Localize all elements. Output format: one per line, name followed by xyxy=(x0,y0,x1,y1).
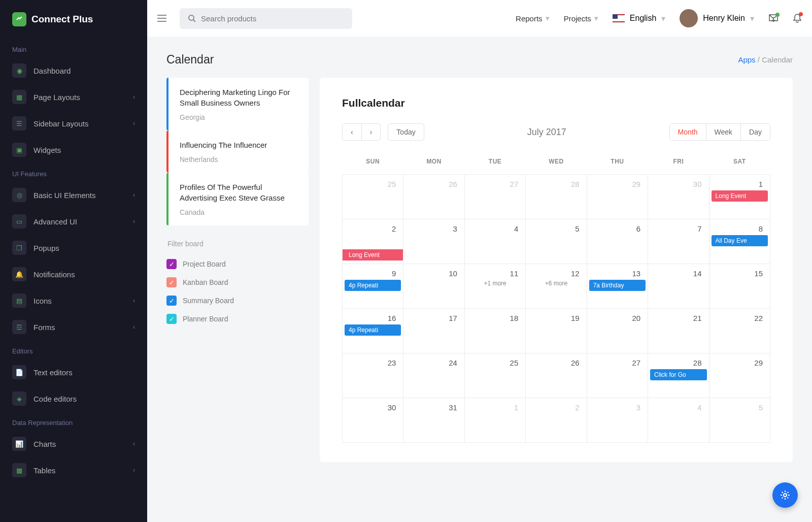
calendar-event[interactable]: All Day Eve xyxy=(712,235,768,246)
day-number: 16 xyxy=(343,309,403,324)
filter-checkbox[interactable]: ✓ Summary Board xyxy=(166,296,309,306)
calendar-cell[interactable]: 29 xyxy=(587,175,648,219)
event-card[interactable]: Deciphering Marketing Lingo For Small Bu… xyxy=(166,78,309,130)
view-week-button[interactable]: Week xyxy=(706,124,741,140)
view-month-button[interactable]: Month xyxy=(670,124,706,140)
calendar-cell[interactable]: 26 xyxy=(403,175,464,219)
calendar-cell[interactable]: 31 xyxy=(403,398,464,443)
calendar-cell[interactable]: 5 xyxy=(709,398,770,443)
calendar-cell[interactable]: 11+1 more xyxy=(464,264,525,309)
calendar-cell[interactable]: 30 xyxy=(648,175,709,219)
menu-icon[interactable] xyxy=(157,15,167,22)
calendar-cell[interactable]: 26 xyxy=(526,353,587,398)
calendar-cell[interactable]: 94p Repeati xyxy=(343,264,403,309)
calendar-cell[interactable]: 12+6 more xyxy=(526,264,587,309)
calendar-cell[interactable]: 5 xyxy=(526,219,587,264)
sidebar-item-widgets[interactable]: ▣ Widgets xyxy=(0,137,147,163)
calendar-cell[interactable]: 164p Repeati xyxy=(343,309,403,353)
calendar-cell[interactable]: 25 xyxy=(464,353,525,398)
calendar-cell[interactable]: 24 xyxy=(403,353,464,398)
projects-dropdown[interactable]: Projects▾ xyxy=(564,14,598,23)
calendar-cell[interactable]: 15 xyxy=(709,264,770,309)
calendar-cell[interactable]: 3 xyxy=(403,219,464,264)
sidebar-item-sidebar-layouts[interactable]: ☰ Sidebar Layouts ‹ xyxy=(0,110,147,137)
view-day-button[interactable]: Day xyxy=(741,124,770,140)
calendar-cell[interactable]: 3 xyxy=(587,398,648,443)
next-button[interactable]: › xyxy=(362,123,381,141)
sidebar-item-text-editors[interactable]: 📄 Text editors xyxy=(0,359,147,385)
prev-next-group: ‹ › xyxy=(342,123,381,141)
calendar-cell[interactable]: 23 xyxy=(343,353,403,398)
sidebar-item-tables[interactable]: ▦ Tables ‹ xyxy=(0,457,147,483)
user-menu[interactable]: Henry Klein ▾ xyxy=(680,9,754,27)
calendar-event[interactable]: 4p Repeati xyxy=(345,280,401,291)
day-number: 24 xyxy=(403,353,464,369)
search-box[interactable] xyxy=(180,8,352,29)
calendar-cell[interactable]: 20 xyxy=(587,309,648,353)
calendar-cell[interactable]: 29 xyxy=(709,353,770,398)
calendar-cell[interactable]: 17 xyxy=(403,309,464,353)
calendar-cell[interactable]: 7 xyxy=(648,219,709,264)
calendar-cell[interactable]: 18 xyxy=(464,309,525,353)
calendar-cell[interactable]: 28 xyxy=(526,175,587,219)
calendar-cell[interactable]: 27 xyxy=(464,175,525,219)
sidebar: Connect Plus Main ◉ Dashboard ▦ Page Lay… xyxy=(0,0,147,522)
calendar-cell[interactable]: 2 xyxy=(526,398,587,443)
event-location: Netherlands xyxy=(180,155,298,164)
bell-icon[interactable] xyxy=(793,13,802,23)
sidebar-item-page-layouts[interactable]: ▦ Page Layouts ‹ xyxy=(0,84,147,110)
reports-dropdown[interactable]: Reports▾ xyxy=(516,14,550,23)
calendar-event[interactable]: Long Event xyxy=(712,190,768,202)
calendar-event[interactable]: Click for Go xyxy=(650,369,706,380)
calendar-cell[interactable]: 22 xyxy=(709,309,770,353)
today-button[interactable]: Today xyxy=(388,123,424,141)
sidebar-item-dashboard[interactable]: ◉ Dashboard xyxy=(0,57,147,84)
nav-label: Text editors xyxy=(33,368,73,377)
settings-fab[interactable] xyxy=(772,482,798,508)
calendar-cell[interactable]: 21 xyxy=(648,309,709,353)
calendar-event-long[interactable]: Long Event xyxy=(343,249,403,260)
calendar-event[interactable]: 7a Birthday xyxy=(589,280,646,291)
calendar-cell[interactable]: 1Long Event xyxy=(709,175,770,219)
calendar-event[interactable]: 4p Repeati xyxy=(345,324,401,336)
calendar-cell[interactable]: 10 xyxy=(403,264,464,309)
calendar-cell[interactable]: 1 xyxy=(464,398,525,443)
event-card[interactable]: Profiles Of The Powerful Advertising Exe… xyxy=(166,173,309,225)
calendar-cell[interactable]: 137a Birthday xyxy=(587,264,648,309)
calendar-cell[interactable]: 6 xyxy=(587,219,648,264)
chevron-left-icon: ‹ xyxy=(351,128,353,136)
day-number: 18 xyxy=(465,309,525,324)
filter-checkbox[interactable]: ✓ Kanban Board xyxy=(166,277,309,287)
calendar-cell[interactable]: 2Long Event xyxy=(343,219,403,264)
language-selector[interactable]: English ▾ xyxy=(613,14,665,23)
calendar-cell[interactable]: 19 xyxy=(526,309,587,353)
calendar-cell[interactable]: 8All Day Eve xyxy=(709,219,770,264)
prev-button[interactable]: ‹ xyxy=(342,123,362,141)
sidebar-item-charts[interactable]: 📊 Charts ‹ xyxy=(0,431,147,457)
calendar-cell[interactable]: 28Click for Go xyxy=(648,353,709,398)
sidebar-item-basic-ui-elements[interactable]: ◎ Basic UI Elements ‹ xyxy=(0,182,147,208)
calendar-cell[interactable]: 25 xyxy=(343,175,403,219)
sidebar-item-notifications[interactable]: 🔔 Notifications xyxy=(0,261,147,287)
calendar-cell[interactable]: 30 xyxy=(343,398,403,443)
event-card[interactable]: Influencing The Influencer Netherlands xyxy=(166,130,309,173)
calendar-cell[interactable]: 27 xyxy=(587,353,648,398)
more-events-link[interactable]: +1 more xyxy=(465,280,525,287)
sidebar-item-advanced-ui[interactable]: ▭ Advanced UI ‹ xyxy=(0,208,147,235)
brand[interactable]: Connect Plus xyxy=(0,12,147,39)
inbox-icon[interactable] xyxy=(768,14,779,23)
more-events-link[interactable]: +6 more xyxy=(526,280,586,287)
sidebar-item-code-editors[interactable]: ◈ Code editors xyxy=(0,385,147,412)
sidebar-item-forms[interactable]: ☲ Forms ‹ xyxy=(0,314,147,340)
calendar-widget-title: Fullcalendar xyxy=(342,97,770,109)
breadcrumb-root[interactable]: Apps xyxy=(738,55,755,64)
filter-checkbox[interactable]: ✓ Planner Board xyxy=(166,314,309,324)
sidebar-item-icons[interactable]: ▤ Icons ‹ xyxy=(0,287,147,314)
calendar-cell[interactable]: 4 xyxy=(648,398,709,443)
calendar-cell[interactable]: 4 xyxy=(464,219,525,264)
calendar-cell[interactable]: 14 xyxy=(648,264,709,309)
sidebar-item-popups[interactable]: ❐ Popups xyxy=(0,235,147,261)
search-input[interactable] xyxy=(201,14,344,23)
filter-checkbox[interactable]: ✓ Project Board xyxy=(166,259,309,269)
view-switcher: Month Week Day xyxy=(669,123,770,141)
